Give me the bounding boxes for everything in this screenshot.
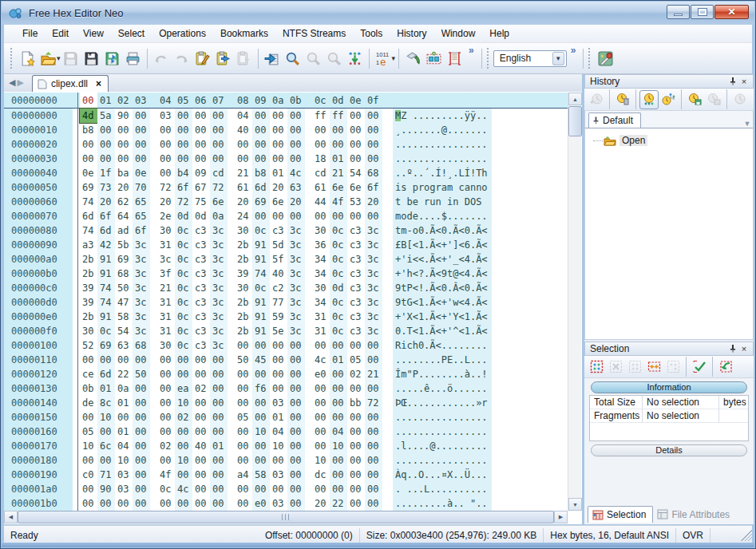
hex-byte-cell[interactable]: 5a [97,109,115,123]
hex-byte-cell[interactable]: 00 [80,410,97,425]
hex-byte-cell[interactable]: 00 [210,453,228,468]
save-selection-button[interactable] [716,357,735,377]
hex-byte-cell[interactable]: 00 [252,109,270,123]
close-panel-icon[interactable]: × [738,77,750,86]
hex-byte-cell[interactable]: 00 [287,353,305,367]
hex-byte-cell[interactable]: 58 [115,310,133,324]
hex-byte-cell[interactable]: 3c [287,223,305,238]
hex-byte-cell[interactable]: 00 [192,425,210,439]
hex-byte-cell[interactable]: 69 [80,180,97,195]
hex-byte-cell[interactable]: ff [330,109,347,123]
hex-byte-cell[interactable]: 00 [97,425,115,439]
hex-byte-cell[interactable]: 00 [97,353,115,367]
hex-byte-cell[interactable]: 00 [133,468,150,482]
hex-byte-cell[interactable]: 00 [252,123,270,137]
hex-byte-cell[interactable]: ad [115,223,133,238]
hex-byte-cell[interactable]: 00 [365,353,382,367]
hex-byte-cell[interactable]: 0c [330,310,347,324]
hex-byte-cell[interactable]: 00 [347,381,365,396]
status-overwrite-toggle[interactable]: OVR [676,528,710,543]
hex-byte-cell[interactable]: 3c [133,281,150,295]
hex-byte-cell[interactable]: 63 [115,338,133,353]
hex-byte-cell[interactable]: 3c [133,324,150,338]
hex-byte-cell[interactable]: 00 [347,482,365,496]
hex-byte-cell[interactable]: 0d [192,209,210,223]
hex-byte-cell[interactable]: 69 [115,252,133,267]
hex-byte-cell[interactable]: 10 [252,425,270,439]
hex-byte-cell[interactable]: 03 [157,109,175,123]
hex-byte-cell[interactable]: 00 [157,381,175,396]
hex-byte-cell[interactable]: f6 [252,381,270,396]
history-tree-view-button[interactable] [659,90,678,109]
hex-byte-cell[interactable]: 00 [210,396,228,410]
hex-byte-cell[interactable]: 00 [252,338,270,353]
hex-byte-cell[interactable]: c3 [347,238,365,252]
hex-byte-cell[interactable]: 00 [210,123,228,137]
hex-byte-cell[interactable]: 4f [157,468,175,482]
hex-byte-cell[interactable]: 0c [330,238,347,252]
hex-byte-cell[interactable]: 00 [312,482,330,496]
hex-byte-cell[interactable]: 00 [287,496,305,511]
hex-byte-cell[interactable]: 01 [330,353,347,367]
hex-byte-cell[interactable]: 3c [365,223,382,238]
hex-byte-cell[interactable]: 30 [312,281,330,295]
hex-byte-cell[interactable]: 00 [287,425,305,439]
hex-byte-cell[interactable]: 0c [175,267,192,281]
hex-byte-cell[interactable]: 54 [347,166,365,180]
hex-byte-cell[interactable]: c3 [192,281,210,295]
hex-byte-cell[interactable]: 68 [133,338,150,353]
vertical-scroll-thumb[interactable] [568,106,582,136]
hex-byte-cell[interactable]: 00 [252,453,270,468]
hex-byte-cell[interactable]: 72 [175,195,192,209]
hex-byte-cell[interactable]: 34 [312,295,330,310]
hex-ascii-cell[interactable]: 9tP<!.Ã<0.Â<0.Ã< [393,281,492,295]
hex-byte-cell[interactable]: 72 [157,180,175,195]
hex-byte-cell[interactable]: 00 [133,396,150,410]
hex-byte-cell[interactable]: 6d [97,223,115,238]
hex-byte-cell[interactable]: 30 [312,223,330,238]
hex-byte-cell[interactable]: 04 [270,425,287,439]
save-as-button[interactable] [102,47,123,69]
menu-bookmarks[interactable]: Bookmarks [213,26,275,41]
hex-byte-cell[interactable]: 00 [312,425,330,439]
hex-byte-cell[interactable]: ba [115,166,133,180]
hex-byte-cell[interactable]: 00 [347,152,365,166]
paste-button[interactable] [213,47,234,69]
hex-byte-cell[interactable]: 00 [235,152,252,166]
hex-byte-cell[interactable]: 67 [192,180,210,195]
hex-byte-cell[interactable]: 00 [133,353,150,367]
hex-byte-cell[interactable]: cd [312,166,330,180]
hex-byte-cell[interactable]: 22 [115,367,133,381]
hex-byte-cell[interactable]: 10 [312,453,330,468]
language-select[interactable]: English ▼ [493,50,567,67]
hex-byte-cell[interactable]: 3c [365,281,382,295]
hex-byte-cell[interactable]: 3c [287,252,305,267]
hex-byte-cell[interactable]: 61 [312,180,330,195]
hex-byte-cell[interactable]: 40 [270,267,287,281]
hex-byte-cell[interactable]: 4d [80,109,97,123]
hex-ascii-cell[interactable]: Àq..O...¤X..Ü... [393,468,492,482]
hex-byte-cell[interactable]: 20 [365,195,382,209]
hex-byte-cell[interactable]: 0c [175,324,192,338]
hex-byte-cell[interactable]: 00 [365,468,382,482]
hex-byte-cell[interactable]: 3c [287,310,305,324]
hex-byte-cell[interactable]: 65 [133,209,150,223]
hex-byte-cell[interactable]: 6f [97,209,115,223]
hex-byte-cell[interactable]: 00 [80,453,97,468]
hex-byte-cell[interactable]: e0 [312,367,330,381]
hex-ascii-cell[interactable]: +'i<<.Ã<+'_<4.Ã< [393,252,492,267]
hex-byte-cell[interactable]: 00 [133,123,150,137]
hex-byte-cell[interactable]: 53 [347,195,365,209]
hex-ascii-cell[interactable]: mode....$....... [393,209,492,223]
hex-byte-cell[interactable]: 05 [235,410,252,425]
hex-byte-cell[interactable]: 00 [80,353,97,367]
hex-byte-cell[interactable]: 3c [287,238,305,252]
hex-byte-cell[interactable]: 00 [330,123,347,137]
scroll-right-icon[interactable]: ▶ [554,511,568,523]
hex-byte-cell[interactable]: 47 [115,295,133,310]
hex-byte-cell[interactable]: 91 [252,310,270,324]
save-history-button[interactable] [685,90,704,109]
hex-byte-cell[interactable]: e0 [252,496,270,511]
hex-byte-cell[interactable]: 30 [157,223,175,238]
hex-byte-cell[interactable]: 00 [365,137,382,152]
